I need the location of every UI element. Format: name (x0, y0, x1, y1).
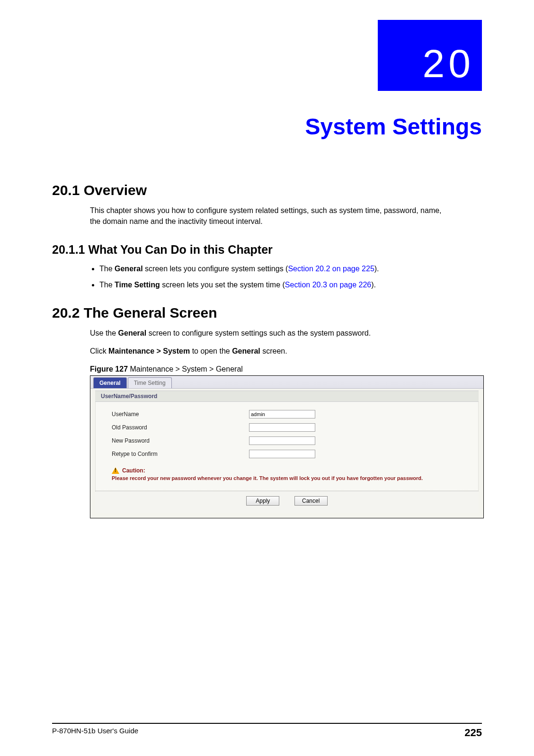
row-new-password: New Password (112, 434, 469, 447)
footer-guide: P-870HN-51b User's Guide (52, 727, 138, 739)
input-new-password[interactable] (249, 436, 315, 445)
chapter-number-box: 20 (378, 20, 482, 91)
tab-bar: General Time Setting (90, 376, 483, 389)
label-old-password: Old Password (112, 424, 249, 431)
row-retype: Retype to Confirm (112, 447, 469, 461)
section-20-1-body: This chapter shows you how to configure … (90, 205, 450, 227)
section-20-1-heading: 20.1 Overview (52, 182, 482, 198)
caution-text: Please record your new password whenever… (112, 475, 469, 482)
screenshot-general-screen: General Time Setting UserName/Password U… (90, 375, 484, 518)
list-item: The General screen lets you configure sy… (99, 263, 459, 275)
what-you-can-do-list: The General screen lets you configure sy… (90, 263, 459, 291)
figure-title: Maintenance > System > General (128, 365, 243, 373)
section-20-2-body2: Click Maintenance > System to open the G… (90, 346, 450, 356)
link-section-20-3[interactable]: Section 20.3 on page 226 (285, 281, 371, 289)
label-retype: Retype to Confirm (112, 451, 249, 457)
figure-number: Figure 127 (90, 365, 128, 373)
row-username: UserName (112, 408, 469, 421)
cancel-button[interactable]: Cancel (294, 496, 328, 506)
chapter-number: 20 (423, 44, 474, 83)
section-20-2-heading: 20.2 The General Screen (52, 305, 482, 321)
tab-time-setting[interactable]: Time Setting (128, 377, 172, 388)
section-20-2-body1: Use the General screen to configure syst… (90, 328, 450, 338)
page-footer: P-870HN-51b User's Guide 225 (52, 723, 482, 739)
section-20-1-1-heading: 20.1.1 What You Can Do in this Chapter (52, 243, 482, 257)
panel-heading: UserName/Password (95, 391, 479, 402)
input-username[interactable] (249, 410, 315, 418)
button-row: Apply Cancel (95, 491, 479, 513)
link-section-20-2[interactable]: Section 20.2 on page 225 (288, 265, 374, 273)
caution-title: Caution: (122, 467, 145, 474)
input-old-password[interactable] (249, 423, 315, 432)
caution-block: Caution: Please record your new password… (112, 467, 469, 482)
footer-page-number: 225 (464, 727, 482, 739)
apply-button[interactable]: Apply (246, 496, 279, 506)
label-new-password: New Password (112, 437, 249, 444)
tab-general[interactable]: General (93, 377, 127, 388)
row-old-password: Old Password (112, 421, 469, 434)
figure-caption: Figure 127 Maintenance > System > Genera… (90, 365, 482, 374)
list-item: The Time Setting screen lets you set the… (99, 279, 459, 291)
input-retype[interactable] (249, 450, 315, 458)
form-area: UserName Old Password New Password Retyp… (95, 402, 479, 491)
label-username: UserName (112, 411, 249, 418)
warning-icon (112, 467, 119, 474)
